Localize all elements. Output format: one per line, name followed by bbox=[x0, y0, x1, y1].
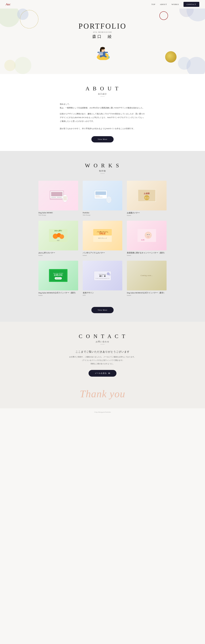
svg-text:贈り物: 贈り物 bbox=[145, 197, 148, 199]
svg-rect-28 bbox=[96, 197, 102, 197]
svg-text:Web Designer: Web Designer bbox=[99, 274, 106, 275]
nav-about[interactable]: ABOUT bbox=[160, 3, 167, 6]
svg-rect-20 bbox=[51, 197, 56, 198]
svg-text:60分: 60分 bbox=[57, 240, 60, 241]
work-thumbnail[interactable]: パン作りアイテム SALE 今すぐチェック bbox=[83, 221, 122, 250]
nav-works[interactable]: WORKS bbox=[172, 3, 179, 6]
svg-text:お歳暮: お歳暮 bbox=[144, 192, 150, 194]
mail-btn-label: メールを送る bbox=[95, 372, 107, 374]
work-category: Web Design bbox=[83, 214, 122, 216]
svg-text:￥5円: ￥5円 bbox=[141, 239, 144, 241]
about-goal: 誰が見てもわかりやすく、作り手気持ちが伝わるようなWebサイトを作ることが目標で… bbox=[60, 127, 145, 130]
work-category: DTP bbox=[83, 294, 122, 296]
hero-subtitle-en: AYA MORIGUCHI bbox=[78, 31, 126, 33]
about-section: A B O U T 自己紹介 初めまして。 私は、一般事務として社会経験後、20… bbox=[0, 74, 205, 151]
svg-point-49 bbox=[145, 232, 152, 239]
footer-text: ©Aya Moriguchi Portfolio bbox=[3, 411, 202, 413]
deco-circle-gold bbox=[165, 51, 176, 62]
work-title: Dog Salon MOMOの公式ラインバナー（案空） bbox=[127, 292, 166, 294]
svg-point-16 bbox=[108, 54, 108, 54]
hero-section: PORTFOLIO AYA MORIGUCHI 森口 綾 bbox=[0, 0, 205, 74]
svg-point-40 bbox=[60, 234, 64, 239]
mail-button[interactable]: メールを送る ✉ bbox=[88, 370, 116, 377]
hero-title: PORTFOLIO bbox=[78, 22, 126, 30]
about-body: 以前からデザインに興味があり、趣味として個人的にブログでSNS発信をしていました… bbox=[60, 112, 145, 123]
about-text: 初めまして。 私は、一般事務として社会経験後、2023年8月から職業訓練に通いW… bbox=[60, 102, 145, 130]
nav-top[interactable]: TOP bbox=[152, 3, 155, 6]
work-item: パン作りアイテム SALE 今すぐチェック パン作りアイテムのバナー banne… bbox=[83, 221, 122, 256]
svg-rect-26 bbox=[96, 192, 106, 195]
deco-circle-dashed bbox=[20, 10, 38, 28]
svg-rect-9 bbox=[99, 53, 102, 55]
svg-rect-4 bbox=[105, 52, 108, 53]
nav-contact[interactable]: CONTACT bbox=[184, 2, 199, 7]
work-thumbnail[interactable]: Web Designer 森口 綾 E-mail: morikuchiaya@g… bbox=[83, 261, 122, 290]
svg-rect-30 bbox=[107, 197, 111, 202]
svg-rect-21 bbox=[57, 197, 62, 198]
navbar: Aac TOP ABOUT WORKS CONTACT bbox=[0, 0, 205, 8]
thankyou-section: Thank you bbox=[0, 385, 205, 408]
work-item: お歳暮 贈り物 お歳暮のバナー banner bbox=[127, 181, 166, 216]
about-view-more-btn[interactable]: View More bbox=[92, 136, 114, 142]
contact-heading: C O N T A C T bbox=[6, 333, 199, 339]
contact-subheading: お問い合わせ bbox=[6, 340, 199, 344]
work-item: Dog Salon MOMO 公式LINE 200円OFF Dog Salon … bbox=[38, 261, 78, 296]
svg-text:森口　綾: 森口 綾 bbox=[99, 275, 106, 277]
footer: ©Aya Moriguchi Portfolio bbox=[0, 408, 205, 416]
svg-text:E-mail: morikuchiaya@gmail.com: E-mail: morikuchiaya@gmail.com bbox=[96, 278, 110, 279]
deco-circle-6 bbox=[4, 60, 16, 71]
work-thumbnail[interactable]: Dog Salon MOMO 公式LINE 200円OFF bbox=[38, 261, 78, 290]
contact-sub1: お仕事のご依頼や、ご連絡がありましたら、メールにてご連絡をお待ちしております。 bbox=[6, 355, 199, 358]
work-thumbnail[interactable]: Coming soon... bbox=[127, 261, 166, 290]
svg-text:みかん狩り: みかん狩り bbox=[54, 230, 62, 232]
svg-text:200円OFF: 200円OFF bbox=[56, 278, 61, 279]
work-item: Web Designer 森口 綾 E-mail: morikuchiaya@g… bbox=[83, 261, 122, 296]
work-thumbnail[interactable]: お歳暮 贈り物 bbox=[127, 181, 166, 210]
nav-links: TOP ABOUT WORKS CONTACT bbox=[152, 3, 199, 6]
about-heading: A B O U T bbox=[6, 85, 199, 92]
work-title: Dog Salon MOMO bbox=[38, 212, 78, 214]
work-title: Dog Salon MOMOの公式ラインバナー（案空） bbox=[38, 292, 78, 294]
svg-point-14 bbox=[98, 55, 99, 56]
works-section: W O R K S 制作物 Dog Salon MOMO bbox=[0, 151, 205, 322]
work-title: みかん狩りのバナー bbox=[38, 252, 78, 254]
work-category: banner bbox=[83, 254, 122, 256]
work-thumbnail[interactable]: みかん狩り 60分 bbox=[38, 221, 78, 250]
work-title: Portfolio bbox=[83, 212, 122, 214]
contact-message: ここまでご覧いただきありがとうございます bbox=[6, 350, 199, 354]
works-view-more-btn[interactable]: View More bbox=[92, 307, 114, 313]
work-title: お歳暮のバナー bbox=[127, 212, 166, 214]
contact-section: C O N T A C T お問い合わせ ここまでご覧いただきありがとうございま… bbox=[0, 322, 205, 385]
works-subheading: 制作物 bbox=[8, 170, 196, 174]
svg-text:公式LINE: 公式LINE bbox=[54, 274, 63, 276]
work-category: Web Design bbox=[38, 214, 78, 216]
work-category: banner bbox=[127, 294, 166, 296]
work-thumbnail[interactable] bbox=[38, 181, 78, 210]
svg-rect-27 bbox=[96, 196, 100, 196]
hero-name: 森口 綾 bbox=[78, 34, 126, 39]
work-item: みかん狩り 60分 みかん狩りのバナー banner bbox=[38, 221, 78, 256]
work-thumbnail[interactable] bbox=[83, 181, 122, 210]
contact-sub: お仕事のご依頼や、ご連絡がありましたら、メールにてご連絡をお待ちしております。 … bbox=[6, 355, 199, 366]
work-item: Coming soon... Dog Salon MOMOの公式ラインバナー（案… bbox=[127, 261, 166, 296]
work-item: ￥5円 美容医療に関するキャンペーンバナー（案空） banner bbox=[127, 221, 166, 256]
svg-point-13 bbox=[108, 56, 110, 57]
work-thumbnail[interactable]: ￥5円 bbox=[127, 221, 166, 250]
svg-text:Dog Salon MOMO: Dog Salon MOMO bbox=[54, 273, 63, 274]
mail-icon: ✉ bbox=[108, 372, 110, 375]
works-heading: W O R K S bbox=[8, 162, 196, 168]
hero-content: PORTFOLIO AYA MORIGUCHI 森口 綾 bbox=[78, 22, 126, 60]
svg-text:SALE: SALE bbox=[99, 232, 106, 235]
work-title: 名刺デザイン bbox=[83, 292, 122, 294]
work-title: 美容医療に関するキャンペーンバナー（案空） bbox=[127, 252, 166, 254]
contact-sub3: 気軽なご縁がありますように。 bbox=[6, 362, 199, 366]
svg-rect-19 bbox=[51, 192, 62, 196]
svg-point-15 bbox=[99, 54, 100, 55]
svg-text:今すぐチェック: 今すぐチェック bbox=[98, 238, 107, 239]
svg-point-52 bbox=[147, 234, 148, 235]
nav-logo: Aac bbox=[6, 2, 10, 6]
svg-point-68 bbox=[108, 274, 110, 276]
thankyou-text: Thank you bbox=[6, 388, 199, 400]
svg-rect-23 bbox=[63, 196, 67, 200]
works-grid: Dog Salon MOMO Web Design P bbox=[38, 181, 166, 296]
